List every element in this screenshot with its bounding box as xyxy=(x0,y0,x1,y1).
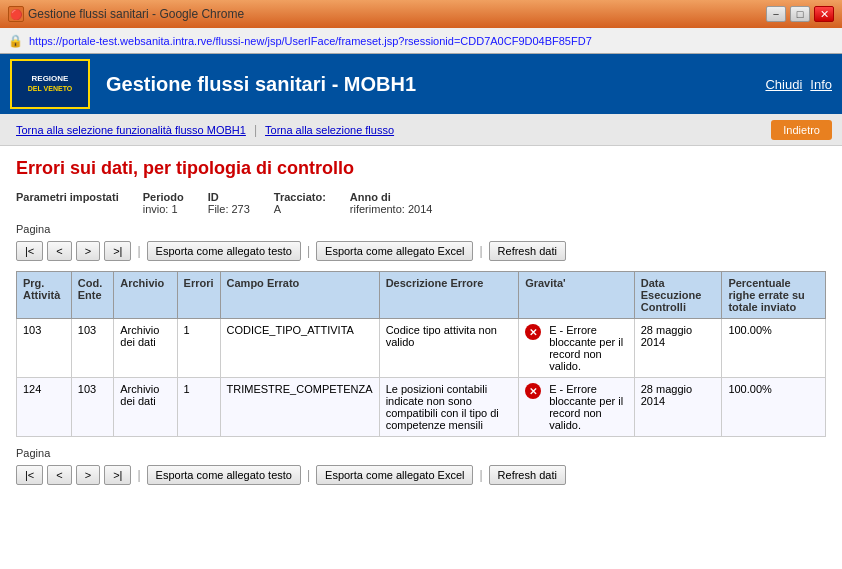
param-tracciato-value: A xyxy=(274,203,326,215)
th-errori: Errori xyxy=(177,272,220,319)
lock-icon: 🔒 xyxy=(8,34,23,48)
table-row: 124 103 Archivio dei dati 1 TRIMESTRE_CO… xyxy=(17,378,826,437)
browser-icon: 🔴 xyxy=(8,6,24,22)
cell-descrizione: Codice tipo attivita non valido xyxy=(379,319,519,378)
next-page-button-bottom[interactable]: > xyxy=(76,465,100,485)
th-campo: Campo Errato xyxy=(220,272,379,319)
maximize-button[interactable]: □ xyxy=(790,6,810,22)
th-data: Data Esecuzione Controlli xyxy=(634,272,722,319)
export-excel-button-bottom[interactable]: Esporta come allegato Excel xyxy=(316,465,473,485)
th-cod: Cod. Ente xyxy=(71,272,113,319)
cell-percentuale: 100.00% xyxy=(722,319,826,378)
error-icon: ✕ xyxy=(525,324,541,340)
url-text[interactable]: https://portale-test.websanita.intra.rve… xyxy=(29,35,834,47)
th-descrizione: Descrizione Errore xyxy=(379,272,519,319)
export-text-button[interactable]: Esporta come allegato testo xyxy=(147,241,301,261)
nav-link-funzionalita[interactable]: Torna alla selezione funzionalità flusso… xyxy=(10,124,252,136)
toolbar-sep-1: | xyxy=(137,244,140,258)
th-archivio: Archivio xyxy=(114,272,177,319)
cell-prg: 124 xyxy=(17,378,72,437)
first-page-button[interactable]: |< xyxy=(16,241,43,261)
error-icon: ✕ xyxy=(525,383,541,399)
param-anno: Anno di riferimento: 2014 xyxy=(350,191,433,215)
toolbar-sep-2: | xyxy=(307,244,310,258)
app-header: REGIONEDEL VENETO Gestione flussi sanita… xyxy=(0,54,842,114)
params-row: Parametri impostati Periodo invio: 1 ID … xyxy=(16,191,826,215)
toolbar-sep-3: | xyxy=(479,244,482,258)
cell-archivio: Archivio dei dati xyxy=(114,319,177,378)
pagination-top: Pagina xyxy=(16,223,826,235)
nav-link-selezione-flusso[interactable]: Torna alla selezione flusso xyxy=(259,124,400,136)
last-page-button[interactable]: >| xyxy=(104,241,131,261)
pagination-bottom: Pagina xyxy=(16,447,826,459)
cell-gravita: ✕ E - Errore bloccante per il record non… xyxy=(519,319,635,378)
prev-page-button[interactable]: < xyxy=(47,241,71,261)
prev-page-button-bottom[interactable]: < xyxy=(47,465,71,485)
first-page-button-bottom[interactable]: |< xyxy=(16,465,43,485)
cell-errori: 1 xyxy=(177,319,220,378)
cell-cod: 103 xyxy=(71,319,113,378)
header-buttons: Chiudi Info xyxy=(765,77,832,92)
app-title: Gestione flussi sanitari - MOBH1 xyxy=(106,73,749,96)
cell-data: 28 maggio 2014 xyxy=(634,319,722,378)
region-logo: REGIONEDEL VENETO xyxy=(10,59,90,109)
param-id-value: File: 273 xyxy=(208,203,250,215)
address-bar: 🔒 https://portale-test.websanita.intra.r… xyxy=(0,28,842,54)
toolbar-bottom: |< < > >| | Esporta come allegato testo … xyxy=(16,465,826,485)
last-page-button-bottom[interactable]: >| xyxy=(104,465,131,485)
next-page-button[interactable]: > xyxy=(76,241,100,261)
info-link[interactable]: Info xyxy=(810,77,832,92)
close-button[interactable]: ✕ xyxy=(814,6,834,22)
table-header-row: Prg. Attività Cod. Ente Archivio Errori … xyxy=(17,272,826,319)
cell-data: 28 maggio 2014 xyxy=(634,378,722,437)
cell-archivio: Archivio dei dati xyxy=(114,378,177,437)
th-percentuale: Percentuale righe errate su totale invia… xyxy=(722,272,826,319)
main-content: Errori sui dati, per tipologia di contro… xyxy=(0,146,842,569)
nav-bar: Torna alla selezione funzionalità flusso… xyxy=(0,114,842,146)
page-title: Errori sui dati, per tipologia di contro… xyxy=(16,158,826,179)
toolbar-sep-b1: | xyxy=(137,468,140,482)
data-table: Prg. Attività Cod. Ente Archivio Errori … xyxy=(16,271,826,437)
minimize-button[interactable]: − xyxy=(766,6,786,22)
param-anno-label: Anno di xyxy=(350,191,433,203)
cell-cod: 103 xyxy=(71,378,113,437)
param-periodo-label: Periodo xyxy=(143,191,184,203)
logo-text: REGIONEDEL VENETO xyxy=(28,74,72,95)
cell-prg: 103 xyxy=(17,319,72,378)
param-anno-value: riferimento: 2014 xyxy=(350,203,433,215)
cell-campo: TRIMESTRE_COMPETENZA xyxy=(220,378,379,437)
gravita-text: E - Errore bloccante per il record non v… xyxy=(549,383,628,431)
param-id: ID File: 273 xyxy=(208,191,250,215)
cell-errori: 1 xyxy=(177,378,220,437)
param-periodo: Periodo invio: 1 xyxy=(143,191,184,215)
toolbar-sep-b3: | xyxy=(479,468,482,482)
gravita-text: E - Errore bloccante per il record non v… xyxy=(549,324,628,372)
nav-separator-1: | xyxy=(252,123,259,137)
title-bar: 🔴 Gestione flussi sanitari - Google Chro… xyxy=(0,0,842,28)
window-controls: − □ ✕ xyxy=(766,6,834,22)
param-main-label: Parametri impostati xyxy=(16,191,119,203)
refresh-button-bottom[interactable]: Refresh dati xyxy=(489,465,566,485)
table-row: 103 103 Archivio dei dati 1 CODICE_TIPO_… xyxy=(17,319,826,378)
export-text-button-bottom[interactable]: Esporta come allegato testo xyxy=(147,465,301,485)
cell-percentuale: 100.00% xyxy=(722,378,826,437)
cell-descrizione: Le posizioni contabili indicate non sono… xyxy=(379,378,519,437)
indietro-button[interactable]: Indietro xyxy=(771,120,832,140)
cell-gravita: ✕ E - Errore bloccante per il record non… xyxy=(519,378,635,437)
window-title: Gestione flussi sanitari - Google Chrome xyxy=(28,7,244,21)
param-tracciato-label: Tracciato: xyxy=(274,191,326,203)
param-id-label: ID xyxy=(208,191,250,203)
th-prg: Prg. Attività xyxy=(17,272,72,319)
refresh-button[interactable]: Refresh dati xyxy=(489,241,566,261)
param-periodo-value: invio: 1 xyxy=(143,203,184,215)
chiudi-link[interactable]: Chiudi xyxy=(765,77,802,92)
toolbar-sep-b2: | xyxy=(307,468,310,482)
export-excel-button[interactable]: Esporta come allegato Excel xyxy=(316,241,473,261)
param-tracciato: Tracciato: A xyxy=(274,191,326,215)
th-gravita: Gravita' xyxy=(519,272,635,319)
toolbar-top: |< < > >| | Esporta come allegato testo … xyxy=(16,241,826,261)
cell-campo: CODICE_TIPO_ATTIVITA xyxy=(220,319,379,378)
param-group-label: Parametri impostati xyxy=(16,191,119,215)
